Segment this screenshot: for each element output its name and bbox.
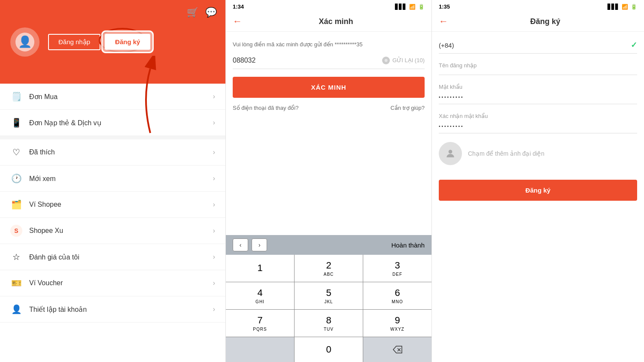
moi-xem-icon: 🕐 (10, 172, 22, 184)
don-mua-label: Đơn Mua (29, 93, 206, 101)
kb-key-4[interactable]: 4GHI (226, 282, 294, 309)
menu-item-shopee-xu[interactable]: S Shopee Xu › (0, 218, 225, 244)
menu-item-da-thich[interactable]: ♡ Đã thích › (0, 139, 225, 166)
dk-back-button[interactable]: ← (439, 16, 448, 27)
vi-voucher-label: Ví Voucher (29, 279, 206, 287)
dk-signal-icon: ▋▋▋ (608, 4, 619, 10)
kb-key-0[interactable]: 0 (295, 337, 363, 362)
thiet-lap-label: Thiết lập tài khoản (29, 305, 206, 314)
chevron-icon: › (213, 305, 215, 313)
menu-item-thiet-lap[interactable]: 👤 Thiết lập tài khoản › (0, 296, 225, 323)
menu-item-danh-gia[interactable]: ☆ Đánh giá của tôi › (0, 244, 225, 270)
dk-avatar-row[interactable]: Chạm để thêm ảnh đại diện (439, 142, 637, 169)
kb-key-7[interactable]: 7PQRS (226, 310, 294, 337)
back-button[interactable]: ← (233, 16, 242, 27)
dk-screen-title: Đăng ký (453, 17, 637, 26)
xacminh-confirm-btn[interactable]: XÁC MINH (233, 77, 425, 98)
guilai-label: GỬI LẠI (10) (392, 57, 425, 63)
chevron-icon: › (213, 148, 215, 156)
status-icons: ▋▋▋ 📶 🔋 (395, 4, 425, 10)
kb-key-5[interactable]: 5JKL (295, 282, 363, 309)
dk-avatar-hint: Chạm để thêm ảnh đại diện (468, 150, 544, 157)
kb-delete-btn[interactable] (363, 337, 431, 362)
header-icons: 🛒 💬 (187, 7, 217, 18)
don-mua-icon: 🗒️ (10, 90, 22, 103)
menu-divider (0, 136, 225, 139)
screen-title: Xác minh (247, 17, 425, 26)
keyboard-nav: ‹ › (233, 238, 269, 251)
phone-changed-link[interactable]: Số điện thoại đã thay đổi? (233, 105, 298, 111)
menu-items: 🗒️ Đơn Mua › 📱 Đơn Nạp thẻ & Dịch vụ › ♡… (0, 84, 225, 362)
wifi-icon: 📶 (409, 4, 416, 10)
don-nap-label: Đơn Nạp thẻ & Dịch vụ (29, 119, 206, 127)
kb-prev-btn[interactable]: ‹ (233, 238, 248, 251)
dk-wifi-icon: 📶 (622, 4, 628, 10)
battery-icon: 🔋 (418, 4, 425, 10)
dk-confirm-password-label: Xác nhận mật khẩu (439, 113, 637, 119)
chevron-icon: › (213, 93, 215, 100)
menu-item-moi-xem[interactable]: 🕐 Mới xem › (0, 166, 225, 192)
dk-submit-button[interactable]: Đăng ký (439, 180, 637, 201)
xacminh-content: Vui lòng điền mã xác minh được gửi đến *… (226, 32, 431, 235)
shopee-xu-label: Shopee Xu (29, 227, 206, 235)
chat-icon[interactable]: 💬 (205, 7, 217, 18)
kb-key-8[interactable]: 8TUV (295, 310, 363, 337)
dk-password-dots: ••••••••• (439, 95, 464, 100)
dk-phone-field: (+84) ✓ (439, 40, 637, 54)
menu-item-vi-shopee[interactable]: 🗂️ Ví Shopee › (0, 192, 225, 218)
vi-shopee-label: Ví Shopee (29, 201, 206, 208)
guilai-btn[interactable]: ⊗ GỬI LẠI (10) (382, 57, 425, 64)
svg-point-3 (449, 150, 453, 154)
dk-header: ← Đăng ký (432, 12, 644, 32)
chevron-icon: › (213, 201, 215, 208)
dk-phone-check: ✓ (631, 40, 637, 50)
keyboard-toolbar: ‹ › Hoàn thành (226, 235, 431, 255)
kb-next-btn[interactable]: › (252, 238, 267, 251)
guilai-icon: ⊗ (382, 57, 390, 64)
register-button-wrapper: Đăng ký (105, 34, 150, 50)
vi-voucher-icon: 🎫 (10, 277, 22, 289)
chevron-icon: › (213, 279, 215, 287)
kb-key-9[interactable]: 9WXYZ (363, 310, 431, 337)
otp-row: 088032 ⊗ GỬI LẠI (10) (233, 57, 425, 69)
panel-dangky: 1:35 ▋▋▋ 📶 🔋 ← Đăng ký (+84) ✓ Tên đăng … (431, 0, 644, 362)
chevron-icon: › (213, 227, 215, 235)
register-button[interactable]: Đăng ký (105, 34, 150, 50)
danh-gia-label: Đánh giá của tôi (29, 253, 206, 261)
menu-header: 👤 Đăng nhập Đăng ký 🛒 💬 (0, 0, 225, 84)
dk-password-field[interactable]: Mật khẩu ••••••••• (439, 84, 637, 104)
cart-icon[interactable]: 🛒 (187, 7, 198, 18)
moi-xem-label: Mới xem (29, 175, 206, 183)
need-help-link[interactable]: Cần trợ giúp? (390, 105, 425, 111)
dk-password-label: Mật khẩu (439, 84, 637, 90)
otp-input[interactable]: 088032 (233, 57, 382, 64)
vi-shopee-icon: 🗂️ (10, 199, 22, 211)
avatar-icon: 👤 (15, 33, 34, 51)
panel-xacminh: 1:34 ▋▋▋ 📶 🔋 ← Xác minh Vui lòng điền mã… (225, 0, 431, 362)
kb-key-2[interactable]: 2ABC (295, 255, 363, 282)
signal-icon: ▋▋▋ (395, 4, 407, 10)
kb-key-1[interactable]: 1 (226, 255, 294, 282)
dk-status-time: 1:35 (439, 3, 450, 10)
dk-battery-icon: 🔋 (631, 4, 637, 10)
login-button[interactable]: Đăng nhập (48, 34, 100, 50)
menu-item-vi-voucher[interactable]: 🎫 Ví Voucher › (0, 270, 225, 296)
panel-menu: 👤 Đăng nhập Đăng ký 🛒 💬 🗒️ Đơn Mua › (0, 0, 225, 362)
dk-confirm-password-field[interactable]: Xác nhận mật khẩu ••••••••• (439, 113, 637, 133)
dk-avatar-placeholder (439, 142, 462, 165)
chevron-icon: › (213, 175, 215, 182)
kb-key-3[interactable]: 3DEF (363, 255, 431, 282)
thiet-lap-icon: 👤 (10, 303, 22, 315)
menu-item-don-mua[interactable]: 🗒️ Đơn Mua › (0, 84, 225, 110)
da-thich-icon: ♡ (10, 146, 22, 158)
kb-done-btn[interactable]: Hoàn thành (391, 241, 425, 249)
dk-status-bar: 1:35 ▋▋▋ 📶 🔋 (432, 0, 644, 12)
xacminh-header: ← Xác minh (226, 12, 431, 32)
dk-phone-prefix[interactable]: (+84) (439, 42, 454, 49)
avatar: 👤 (10, 27, 39, 57)
menu-item-don-nap[interactable]: 📱 Đơn Nạp thẻ & Dịch vụ › (0, 110, 225, 136)
dk-username-field[interactable]: Tên đăng nhập (439, 62, 637, 75)
da-thich-label: Đã thích (29, 148, 206, 156)
kb-key-6[interactable]: 6MNO (363, 282, 431, 309)
status-bar: 1:34 ▋▋▋ 📶 🔋 (226, 0, 431, 12)
